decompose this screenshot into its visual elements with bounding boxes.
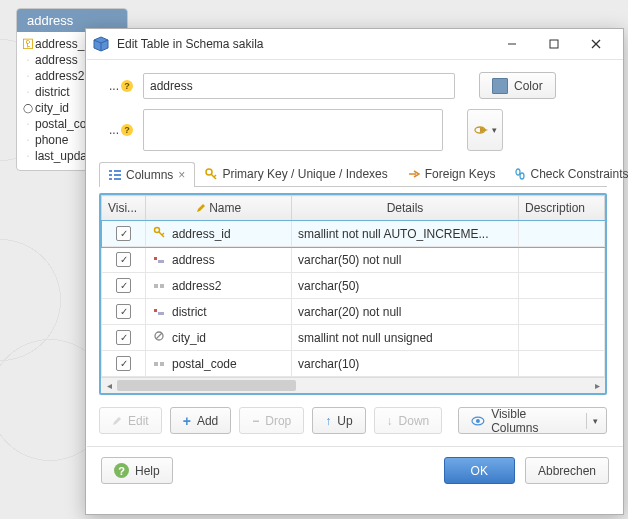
visible-columns-button[interactable]: Visible Columns ▾ [458, 407, 607, 434]
button-label: Drop [265, 414, 291, 428]
table-row[interactable]: ✓districtvarchar(20) not null [102, 299, 605, 325]
table-row[interactable]: ✓address_idsmallint not null AUTO_INCREM… [102, 221, 605, 247]
column-details: varchar(20) not null [292, 299, 519, 325]
grid-header-name[interactable]: Name [146, 196, 292, 221]
cancel-button[interactable]: Abbrechen [525, 457, 609, 484]
pencil-icon [196, 203, 206, 213]
tab-check-constraints[interactable]: Check Constraints [505, 161, 628, 186]
minimize-button[interactable] [491, 30, 533, 58]
tab-foreign-keys[interactable]: Foreign Keys [398, 161, 506, 186]
help-icon: ? [121, 124, 133, 136]
visible-checkbox[interactable]: ✓ [116, 226, 131, 241]
column-type-icon [152, 330, 166, 342]
visible-checkbox[interactable]: ✓ [116, 278, 131, 293]
button-label: Abbrechen [538, 464, 596, 478]
column-description [519, 273, 605, 299]
grid-header-details[interactable]: Details [292, 196, 519, 221]
column-type-icon [152, 226, 166, 238]
column-details: smallint not null unsigned [292, 325, 519, 351]
svg-rect-7 [109, 170, 112, 172]
dialog-title: Edit Table in Schema sakila [117, 37, 491, 51]
column-name: district [172, 305, 207, 319]
svg-rect-25 [154, 284, 158, 288]
columns-grid: Visi... Name Details Description ✓addres… [99, 193, 607, 395]
column-name: address2 [35, 69, 84, 83]
svg-rect-31 [154, 362, 158, 366]
grid-header-visible[interactable]: Visi... [102, 196, 146, 221]
tab-bar: Columns × Primary Key / Unique / Indexes… [99, 161, 607, 187]
column-type-icon: ◦ [21, 73, 35, 79]
visible-checkbox[interactable]: ✓ [116, 304, 131, 319]
table-description-input[interactable] [143, 109, 443, 151]
edit-button[interactable]: Edit [99, 407, 162, 434]
scroll-right-icon[interactable]: ▸ [589, 380, 605, 391]
link-icon [515, 168, 525, 180]
button-label: Visible Columns [491, 407, 576, 435]
svg-rect-12 [114, 178, 121, 180]
svg-point-16 [516, 169, 520, 175]
visible-checkbox[interactable]: ✓ [116, 356, 131, 371]
horizontal-scrollbar[interactable]: ◂ ▸ [101, 377, 605, 393]
table-row[interactable]: ✓address2varchar(50) [102, 273, 605, 299]
column-type-icon: ◦ [21, 137, 35, 143]
column-type-icon: ◦ [21, 121, 35, 127]
svg-rect-32 [160, 362, 164, 366]
table-row[interactable]: ✓postal_codevarchar(10) [102, 351, 605, 377]
column-name: address_id [172, 227, 231, 241]
column-type-icon: ◦ [21, 57, 35, 63]
drop-button[interactable]: −Drop [239, 407, 304, 434]
column-name: city_id [35, 101, 69, 115]
titlebar: Edit Table in Schema sakila [87, 29, 623, 60]
run-sql-button[interactable]: ▾ [467, 109, 503, 151]
tab-primary-key[interactable]: Primary Key / Unique / Indexes [195, 161, 397, 186]
table-row[interactable]: ✓addressvarchar(50) not null [102, 247, 605, 273]
ok-button[interactable]: OK [444, 457, 515, 484]
dialog-footer: ?Help OK Abbrechen [87, 446, 623, 494]
grid-header-row: Visi... Name Details Description [102, 196, 605, 221]
visible-checkbox[interactable]: ✓ [116, 330, 131, 345]
column-details: varchar(50) [292, 273, 519, 299]
up-button[interactable]: ↑Up [312, 407, 365, 434]
table-row[interactable]: ✓city_idsmallint not null unsigned [102, 325, 605, 351]
svg-line-15 [214, 175, 216, 177]
column-name: address [172, 253, 215, 267]
down-button[interactable]: ↓Down [374, 407, 443, 434]
color-button[interactable]: Color [479, 72, 556, 99]
chevron-down-icon: ▾ [586, 413, 604, 429]
pencil-icon [112, 416, 122, 426]
column-name: postal_code [172, 357, 237, 371]
arrow-down-icon: ↓ [387, 414, 393, 428]
column-details: varchar(10) [292, 351, 519, 377]
close-tab-icon[interactable]: × [178, 168, 185, 182]
svg-rect-26 [160, 284, 164, 288]
svg-point-20 [155, 228, 160, 233]
column-type-icon [152, 256, 166, 264]
table-name-input[interactable] [143, 73, 455, 99]
plus-icon: + [183, 413, 191, 429]
minus-icon: − [252, 414, 259, 428]
edit-table-dialog: Edit Table in Schema sakila ...? Color .… [85, 28, 624, 515]
maximize-button[interactable] [533, 30, 575, 58]
scroll-left-icon[interactable]: ◂ [101, 380, 117, 391]
column-type-icon [152, 282, 166, 290]
column-type-icon: ◯ [21, 103, 35, 113]
column-name: address2 [172, 279, 221, 293]
button-label: Edit [128, 414, 149, 428]
tab-columns[interactable]: Columns × [99, 162, 195, 187]
close-button[interactable] [575, 30, 617, 58]
column-name: phone [35, 133, 68, 147]
column-type-icon: ⚿ [21, 37, 35, 51]
button-label: Help [135, 464, 160, 478]
svg-point-17 [520, 173, 524, 179]
column-description [519, 299, 605, 325]
column-type-icon [152, 360, 166, 368]
column-name: address [35, 53, 78, 67]
grid-header-description[interactable]: Description [519, 196, 605, 221]
arrow-up-icon: ↑ [325, 414, 331, 428]
help-icon: ? [114, 463, 129, 478]
help-button[interactable]: ?Help [101, 457, 173, 484]
visible-checkbox[interactable]: ✓ [116, 252, 131, 267]
column-type-icon [152, 308, 166, 316]
add-button[interactable]: +Add [170, 407, 232, 434]
column-description [519, 351, 605, 377]
